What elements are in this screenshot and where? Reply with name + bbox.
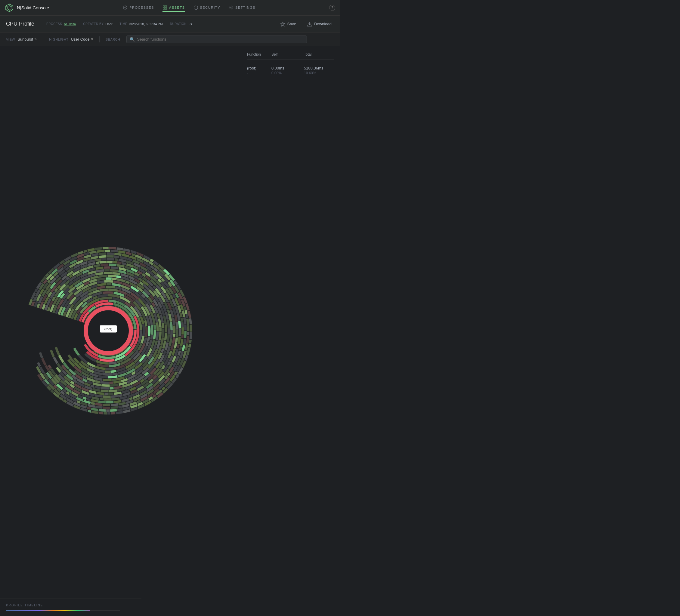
download-button[interactable]: Download xyxy=(305,20,334,28)
nav-assets-label: ASSETS xyxy=(169,6,185,9)
svg-rect-11 xyxy=(165,6,167,7)
sunburst-svg: (root) xyxy=(15,229,202,433)
svg-marker-1 xyxy=(7,6,11,10)
process-meta: PROCESS b18fb3a xyxy=(46,22,76,26)
view-chevron-icon: ⇅ xyxy=(34,38,37,41)
process-label: PROCESS xyxy=(46,22,62,26)
highlight-label: Highlight xyxy=(49,38,68,41)
time-meta: TIME 3/28/2018, 6:32:34 PM xyxy=(120,22,163,26)
view-select[interactable]: Sunburst ⇅ xyxy=(18,37,37,41)
highlight-select[interactable]: User Code ⇅ xyxy=(71,37,93,41)
th-function: Function xyxy=(247,52,269,57)
td-self: 0.00ms 0.00% xyxy=(272,66,302,75)
svg-line-7 xyxy=(6,6,7,7)
self-value: 0.00ms xyxy=(272,66,302,70)
help-button[interactable]: ? xyxy=(329,5,335,11)
search-box[interactable]: 🔍 xyxy=(126,35,307,43)
total-value: 5188.36ms xyxy=(304,66,334,70)
controls-bar: View Sunburst ⇅ Highlight User Code ⇅ Se… xyxy=(0,32,340,46)
search-label: Search xyxy=(106,38,120,41)
sunburst-chart[interactable]: (root) xyxy=(15,229,202,434)
toolbar-actions: Save Download xyxy=(278,20,334,28)
logo-icon xyxy=(5,3,14,12)
settings-icon xyxy=(229,5,233,10)
nav-security-label: SECURITY xyxy=(200,6,221,9)
svg-line-4 xyxy=(11,9,13,10)
toolbar: CPU Profile PROCESS b18fb3a CREATED BY U… xyxy=(0,16,340,32)
nav-items: PROCESSES ASSETS SECURITY SETTINGS xyxy=(59,4,319,12)
timeline-bar[interactable] xyxy=(6,610,120,611)
function-name: (root) xyxy=(247,66,269,70)
td-total: 5188.36ms 10.60% xyxy=(304,66,334,75)
tooltip-text: (root) xyxy=(105,327,112,331)
nav-item-assets[interactable]: ASSETS xyxy=(163,4,185,12)
profile-timeline: PROFILE TIMELINE xyxy=(0,598,141,616)
nav-right: ? xyxy=(329,5,335,11)
main-nav: N|Solid Console PROCESSES ASSETS SECURIT… xyxy=(0,0,340,16)
svg-rect-10 xyxy=(163,6,165,7)
time-label: TIME xyxy=(120,22,128,26)
right-panel: Function Self Total (root) - 0.00ms 0.00… xyxy=(241,46,340,616)
duration-value: 5s xyxy=(188,22,192,26)
main-content: (root) PROFILE TIMELINE Function Self To… xyxy=(0,46,340,616)
th-total: Total xyxy=(304,52,334,57)
created-by-label: CREATED BY xyxy=(83,22,104,26)
nav-item-processes[interactable]: PROCESSES xyxy=(123,4,154,12)
nav-settings-label: SETTINGS xyxy=(235,6,255,9)
save-button[interactable]: Save xyxy=(278,20,299,28)
time-value: 3/28/2018, 6:32:34 PM xyxy=(130,22,163,26)
created-by-value: User xyxy=(105,22,112,26)
duration-label: DURATION xyxy=(170,22,187,26)
self-pct: 0.00% xyxy=(272,71,302,75)
table-row[interactable]: (root) - 0.00ms 0.00% 5188.36ms 10.60% xyxy=(247,63,334,78)
svg-point-8 xyxy=(123,6,127,9)
chart-area[interactable]: (root) PROFILE TIMELINE xyxy=(0,46,241,616)
processes-icon xyxy=(123,5,128,10)
divider-2 xyxy=(99,36,100,42)
view-value: Sunburst xyxy=(18,37,33,41)
th-self: Self xyxy=(272,52,302,57)
star-icon xyxy=(280,21,286,27)
highlight-value: User Code xyxy=(71,37,90,41)
process-value[interactable]: b18fb3a xyxy=(64,22,76,26)
svg-line-3 xyxy=(11,6,13,7)
timeline-fill xyxy=(6,610,90,611)
search-icon: 🔍 xyxy=(130,37,135,42)
nav-item-settings[interactable]: SETTINGS xyxy=(229,4,255,12)
view-control: View Sunburst ⇅ xyxy=(6,37,37,41)
total-pct: 10.60% xyxy=(304,71,334,75)
app-title: N|Solid Console xyxy=(17,5,49,10)
svg-marker-15 xyxy=(281,22,285,26)
svg-point-14 xyxy=(230,7,232,8)
view-label: View xyxy=(6,38,15,41)
function-sub: - xyxy=(247,71,269,75)
svg-point-9 xyxy=(124,7,126,8)
svg-line-6 xyxy=(6,9,7,10)
page-title: CPU Profile xyxy=(6,21,34,27)
svg-rect-13 xyxy=(165,8,167,9)
security-icon xyxy=(194,5,198,10)
svg-rect-12 xyxy=(163,8,165,9)
assets-icon xyxy=(163,5,167,10)
created-by-meta: CREATED BY User xyxy=(83,22,112,26)
timeline-label: PROFILE TIMELINE xyxy=(6,604,135,607)
save-label: Save xyxy=(287,22,296,26)
divider-1 xyxy=(43,36,43,42)
td-function: (root) - xyxy=(247,66,269,75)
highlight-control: Highlight User Code ⇅ xyxy=(49,37,93,41)
duration-meta: DURATION 5s xyxy=(170,22,192,26)
nav-item-security[interactable]: SECURITY xyxy=(194,4,221,12)
download-label: Download xyxy=(314,22,332,26)
table-header: Function Self Total xyxy=(247,52,334,60)
search-input[interactable] xyxy=(137,37,304,41)
nav-processes-label: PROCESSES xyxy=(130,6,154,9)
app-logo: N|Solid Console xyxy=(5,3,49,12)
tooltip-group: (root) xyxy=(100,325,117,333)
highlight-chevron-icon: ⇅ xyxy=(91,38,93,41)
download-icon xyxy=(307,21,312,27)
